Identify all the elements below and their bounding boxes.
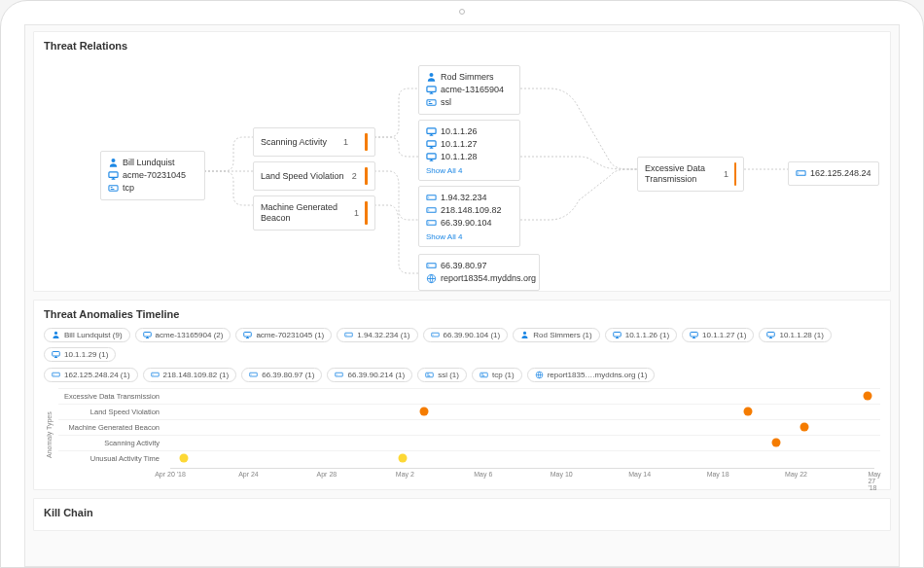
root-host: acme-70231045 bbox=[123, 169, 186, 182]
threat-exfil-node[interactable]: Excessive Data Transmission 1 bbox=[637, 157, 744, 192]
globe-icon bbox=[426, 273, 437, 284]
device-icon bbox=[426, 261, 437, 271]
device-icon bbox=[426, 193, 437, 203]
filter-pill[interactable]: 10.1.1.27 (1) bbox=[682, 328, 754, 342]
host-icon bbox=[613, 331, 622, 339]
x-tick: May 6 bbox=[474, 471, 492, 478]
host-icon bbox=[766, 331, 775, 339]
filter-pill[interactable]: 66.39.90.214 (1) bbox=[327, 368, 412, 382]
user-icon bbox=[520, 331, 529, 339]
dev-icon bbox=[335, 371, 343, 379]
anomaly-dot[interactable] bbox=[771, 439, 780, 447]
severity-bar-icon bbox=[365, 201, 368, 225]
root-entity-node[interactable]: Bill Lundquist acme-70231045 tcp bbox=[100, 151, 205, 200]
panel-title: Threat Relations bbox=[44, 40, 880, 52]
dev-icon bbox=[344, 331, 353, 339]
severity-bar-icon bbox=[734, 162, 736, 186]
filter-pill[interactable]: 10.1.1.29 (1) bbox=[44, 347, 116, 362]
threat-timeline-panel: Threat Anomalies Timeline Bill Lundquist… bbox=[33, 300, 891, 490]
anomaly-dot[interactable] bbox=[398, 454, 407, 463]
protocol-icon bbox=[426, 97, 437, 108]
x-tick: May 14 bbox=[628, 471, 651, 478]
x-tick: May 10 bbox=[551, 471, 573, 478]
show-all-link[interactable]: Show All 4 bbox=[426, 232, 513, 241]
filter-pill[interactable]: Bill Lundquist (9) bbox=[44, 328, 130, 342]
threat-relations-panel: Threat Relations bbox=[33, 31, 891, 292]
filter-row: Bill Lundquist (9)acme-13165904 (2)acme-… bbox=[44, 328, 880, 362]
y-axis-title: Anomaly Types bbox=[44, 388, 54, 481]
x-tick: May 2 bbox=[396, 471, 414, 478]
globe-icon bbox=[535, 371, 544, 379]
host-icon bbox=[243, 331, 252, 339]
filter-pill[interactable]: 10.1.1.26 (1) bbox=[605, 328, 677, 342]
dev-icon bbox=[151, 371, 160, 379]
dev-icon bbox=[52, 371, 60, 379]
dev-icon bbox=[431, 331, 440, 339]
x-tick: Apr 28 bbox=[317, 471, 338, 478]
root-user: Bill Lundquist bbox=[123, 157, 175, 169]
protocol-icon bbox=[108, 183, 119, 194]
relations-canvas: Bill Lundquist acme-70231045 tcp Scannin… bbox=[44, 59, 880, 283]
host-icon bbox=[426, 126, 437, 137]
device-frame: Threat Relations bbox=[0, 0, 924, 568]
user-icon bbox=[108, 158, 119, 168]
chart-row-label: Land Speed Violation bbox=[58, 405, 165, 420]
filter-pill[interactable]: Rod Simmers (1) bbox=[513, 328, 599, 342]
filter-pill[interactable]: 162.125.248.24 (1) bbox=[44, 368, 138, 382]
user-icon bbox=[426, 72, 437, 83]
threat-beacon-node[interactable]: Machine Generated Beacon 1 bbox=[253, 195, 375, 231]
chart-row-label: Excessive Data Transmission bbox=[58, 389, 165, 405]
host-icon bbox=[690, 331, 698, 339]
entity-group-node[interactable]: Rod Simmers acme-13165904 ssl bbox=[418, 65, 520, 115]
timeline-chart: Anomaly Types Excessive Data Transmissio… bbox=[44, 388, 880, 481]
filter-pill[interactable]: ssl (1) bbox=[417, 368, 467, 382]
host-icon bbox=[426, 152, 437, 162]
anomaly-dot[interactable] bbox=[743, 408, 752, 416]
show-all-link[interactable]: Show All 4 bbox=[426, 166, 513, 175]
x-tick: Apr 20 '18 bbox=[155, 471, 186, 478]
dev-icon bbox=[249, 371, 258, 379]
anomaly-dot[interactable] bbox=[863, 392, 871, 401]
ip-list-node[interactable]: 1.94.32.234 218.148.109.82 66.39.90.104 … bbox=[418, 186, 520, 247]
threat-scanning-node[interactable]: Scanning Activity 1 bbox=[253, 127, 375, 157]
filter-pill[interactable]: tcp (1) bbox=[472, 368, 522, 382]
host-icon bbox=[108, 170, 119, 181]
threat-landspeed-node[interactable]: Land Speed Violation 2 bbox=[253, 161, 375, 191]
x-tick: May 27 '18 bbox=[868, 471, 880, 491]
screen: Threat Relations bbox=[24, 24, 900, 567]
host-icon bbox=[143, 331, 152, 339]
entity-group-node[interactable]: 66.39.80.97 report18354.myddns.org bbox=[418, 254, 540, 291]
filter-pill[interactable]: 66.39.80.97 (1) bbox=[241, 368, 322, 382]
proto-icon bbox=[425, 371, 434, 379]
filter-row: 162.125.248.24 (1)218.148.109.82 (1)66.3… bbox=[44, 368, 880, 382]
filter-pill[interactable]: acme-70231045 (1) bbox=[235, 328, 332, 342]
ip-list-node[interactable]: 10.1.1.26 10.1.1.27 10.1.1.28 Show All 4 bbox=[418, 120, 520, 181]
anomaly-dot[interactable] bbox=[800, 423, 808, 432]
filter-pill[interactable]: 218.148.109.82 (1) bbox=[143, 368, 237, 382]
x-tick: May 18 bbox=[707, 471, 729, 478]
x-tick: Apr 24 bbox=[238, 471, 259, 478]
proto-icon bbox=[480, 371, 488, 379]
filter-pill[interactable]: acme-13165904 (2) bbox=[135, 328, 231, 342]
user-icon bbox=[52, 331, 60, 339]
device-icon bbox=[426, 205, 437, 216]
severity-bar-icon bbox=[365, 133, 368, 151]
filter-pill[interactable]: 66.39.90.104 (1) bbox=[423, 328, 509, 342]
kill-chain-panel: Kill Chain bbox=[33, 498, 891, 531]
filter-pill[interactable]: 10.1.1.28 (1) bbox=[759, 328, 831, 342]
anomaly-dot[interactable] bbox=[419, 408, 428, 416]
host-icon bbox=[426, 139, 437, 150]
destination-node[interactable]: 162.125.248.24 bbox=[788, 161, 879, 186]
panel-title: Kill Chain bbox=[44, 507, 880, 518]
filter-pill[interactable]: 1.94.32.234 (1) bbox=[337, 328, 417, 342]
root-proto: tcp bbox=[123, 182, 134, 195]
chart-plot-area: Excessive Data TransmissionLand Speed Vi… bbox=[58, 388, 880, 481]
device-icon bbox=[796, 168, 806, 179]
host-icon bbox=[52, 350, 60, 359]
filter-pill[interactable]: report1835….myddns.org (1) bbox=[527, 368, 656, 382]
device-icon bbox=[426, 218, 437, 229]
severity-bar-icon bbox=[365, 167, 368, 185]
chart-row-label: Scanning Activity bbox=[58, 436, 165, 451]
camera-icon bbox=[459, 9, 465, 15]
anomaly-dot[interactable] bbox=[180, 454, 189, 463]
